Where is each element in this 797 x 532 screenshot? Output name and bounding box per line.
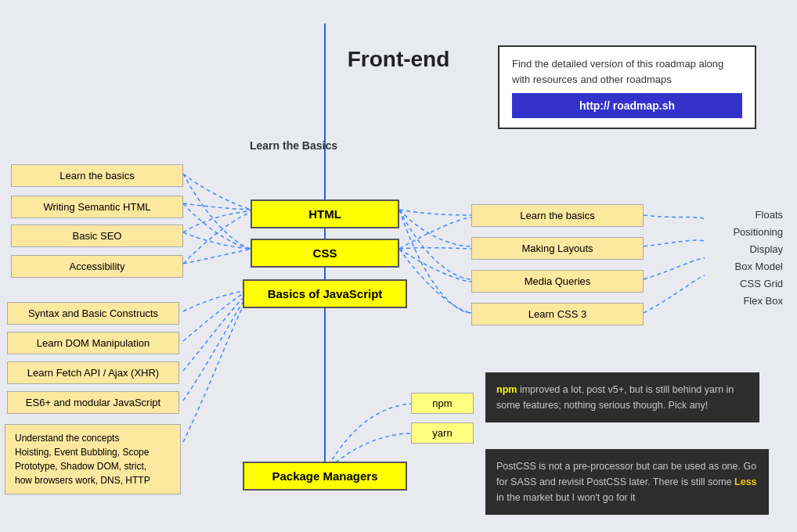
left-node-6[interactable]: Learn DOM Manipulation: [7, 332, 179, 354]
postcss-info-text: PostCSS is not a pre-processor but can b…: [496, 461, 756, 487]
npm-info-box: npm improved a lot, post v5+, but is sti…: [485, 372, 759, 422]
npm-info-text: improved a lot, post v5+, but is still b…: [496, 384, 734, 411]
right-node-1[interactable]: Learn the basics: [471, 204, 644, 227]
npm-node[interactable]: npm: [411, 393, 474, 414]
left-node-4[interactable]: Accessibility: [11, 255, 183, 278]
less-highlight: Less: [734, 476, 757, 487]
left-node-8[interactable]: ES6+ and modular JavaScript: [7, 391, 179, 414]
yarn-node[interactable]: yarn: [411, 422, 474, 444]
left-node-5[interactable]: Syntax and Basic Constructs: [7, 302, 179, 325]
learn-basics-label: Learn the Basics: [243, 139, 344, 152]
far-right-3: Display: [743, 240, 789, 258]
right-node-4[interactable]: Learn CSS 3: [471, 303, 644, 325]
roadmap-link[interactable]: http:// roadmap.sh: [512, 93, 742, 118]
concepts-text: Understand the concepts Hoisting, Event …: [15, 433, 150, 486]
pkg-node[interactable]: Package Managers: [243, 462, 407, 491]
left-node-3[interactable]: Basic SEO: [11, 225, 183, 247]
right-node-2[interactable]: Making Layouts: [471, 237, 644, 260]
far-right-5: CSS Grid: [734, 275, 789, 293]
left-node-1[interactable]: Learn the basics: [11, 164, 183, 187]
concepts-node[interactable]: Understand the concepts Hoisting, Event …: [5, 424, 181, 494]
html-node[interactable]: HTML: [251, 200, 399, 228]
info-box: Find the detailed version of this roadma…: [498, 45, 756, 129]
npm-highlight: npm: [496, 384, 517, 395]
far-right-1: Floats: [749, 206, 789, 224]
page-title: Front-end: [348, 47, 450, 72]
right-node-3[interactable]: Media Queries: [471, 270, 644, 293]
far-right-6: Flex Box: [737, 292, 789, 310]
css-node[interactable]: CSS: [251, 239, 399, 268]
left-node-2[interactable]: Writing Semantic HTML: [11, 196, 183, 218]
far-right-2: Positioning: [727, 223, 789, 241]
js-node[interactable]: Basics of JavaScript: [243, 279, 407, 308]
postcss-info-text-2: in the market but I won't go for it: [496, 492, 635, 503]
far-right-4: Box Model: [729, 257, 789, 275]
postcss-info-box: PostCSS is not a pre-processor but can b…: [485, 449, 769, 515]
info-box-text: Find the detailed version of this roadma…: [512, 56, 742, 87]
left-node-7[interactable]: Learn Fetch API / Ajax (XHR): [7, 361, 179, 384]
